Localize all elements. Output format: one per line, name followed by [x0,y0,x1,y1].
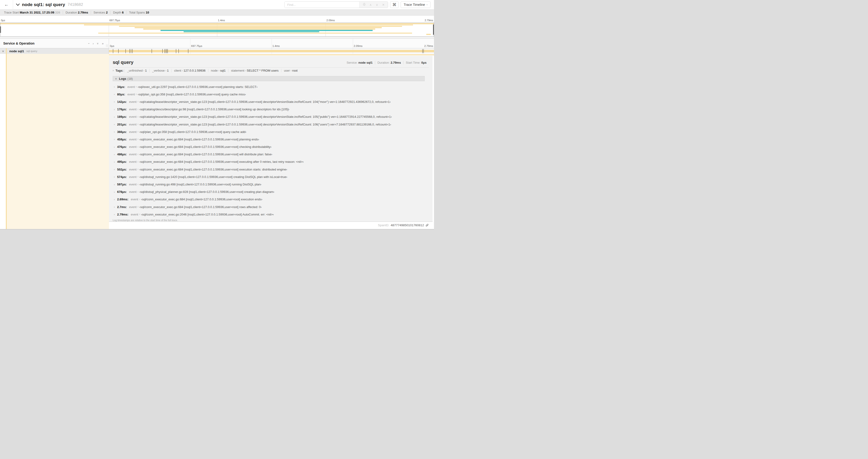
log-timestamp: 678μs: [117,190,127,194]
trace-meta-label: Depth [113,11,122,14]
minimap-span-bar [98,33,412,34]
minimap-left-scrubber[interactable] [0,26,1,33]
expand-one-icon[interactable]: › [93,42,94,45]
chevron-right-icon: › [114,93,117,96]
tag-item[interactable]: _verbose=1 [149,69,171,72]
span-meta-label: Duration: [377,61,391,64]
log-field-key: event [129,130,136,134]
log-entry-row[interactable]: ›495μs:event=‹sql/conn_executor_exec.go:… [113,158,425,166]
view-selector-button[interactable]: Trace Timeline › [401,1,431,8]
equals-sign: = [136,168,139,171]
trace-meta-item: Depth 6 [110,11,126,14]
log-entry-row[interactable]: ›142μs:event=‹sql/catalog/lease/descript… [113,98,425,105]
equals-sign: = [136,138,139,141]
trace-title-wrap[interactable]: node sql1: sql query 7418682 [13,2,83,7]
equals-sign: = [218,69,220,72]
deep-link-icon[interactable] [425,223,429,227]
expand-all-icon[interactable]: » [102,42,103,45]
log-marker-tick [167,49,168,53]
span-detail-card: Service: node sql1Duration: 2.79msStart … [109,56,433,222]
log-entry-row[interactable]: ›80μs:event=‹sql/plan_opt.go:358 [nsql1,… [113,91,425,98]
log-timestamp: 476μs: [117,145,127,149]
find-input[interactable] [285,2,359,8]
tags-row[interactable]: › Tags: _unfinished=1_verbose=1client=12… [113,68,429,73]
tag-item[interactable]: client=127.0.0.1:59936 [171,69,208,72]
log-entry-row[interactable]: ›502μs:event=‹sql/conn_executor_exec.go:… [113,166,425,173]
next-result-icon[interactable]: ∨ [375,3,379,6]
minimap-right-scrubber[interactable] [433,25,434,35]
log-field-value: ‹sql/conn_executor_exec.go:684 [nsql1,cl… [139,168,287,171]
tag-key: node [211,69,218,72]
log-entry-row[interactable]: ›201μs:event=‹sql/catalog/lease/descript… [113,121,425,128]
log-entry-row[interactable]: ›2.69ms:event=‹sql/conn_executor_exec.go… [113,196,425,203]
log-entry-row[interactable]: ›476μs:event=‹sql/conn_executor_exec.go:… [113,143,425,151]
app-header: ← node sql1: sql query 7418682 ∧ ∨ ✕ [0,0,434,9]
locate-icon[interactable] [362,3,366,7]
log-field-key: event [129,168,136,171]
log-marker-tick [176,49,176,53]
minimap-span-bar [426,34,431,35]
timeline-ruler: 0μs697.75μs1.4ms2.09ms2.79ms [109,39,434,48]
trace-meta-value: 2 [106,11,107,14]
equals-sign: = [244,69,247,72]
log-entry-row[interactable]: ›2.79ms:event=‹sql/conn_executor_exec.go… [113,210,425,218]
trace-meta-value: 2.79ms [78,11,88,14]
log-field-key: event [127,85,135,89]
chevron-down-icon[interactable] [16,3,20,6]
divider [113,67,429,68]
equals-sign: = [135,93,138,96]
tag-item[interactable]: statement=SELECT * FROM users [228,69,281,72]
back-button[interactable]: ← [0,0,13,9]
chevron-down-icon[interactable]: ∨ [0,50,6,53]
prev-result-icon[interactable]: ∧ [369,3,372,6]
tag-key: user [284,69,290,72]
collapse-one-icon[interactable]: › [88,43,91,44]
chevron-right-icon: › [114,175,117,178]
span-row-label[interactable]: ∨ node sql1 sql query [0,48,109,54]
chevron-right-icon: › [114,85,117,88]
log-entry-row[interactable]: ›34μs:event=‹sql/exec_util.go:2297 [nsql… [113,83,425,91]
log-entry-row[interactable]: ›574μs:event=‹sql/distsql_running.go:142… [113,173,425,181]
chevron-right-icon: › [114,205,117,208]
span-row-track[interactable] [109,48,434,54]
log-entry-row[interactable]: ›176μs:event=‹sql/catalog/descs/descript… [113,106,425,113]
log-entry-row[interactable]: ›597μs:event=‹sql/distsql_running.go:498… [113,181,425,188]
chevron-right-icon: › [114,145,117,148]
log-field-value: ‹sql/conn_executor_exec.go:684 [nsql1,cl… [139,205,261,209]
log-entry-row[interactable]: ›486μs:event=‹sql/conn_executor_exec.go:… [113,151,425,158]
equals-sign: = [136,205,139,208]
trace-meta-label: Trace Start [4,11,20,14]
tag-item[interactable]: _unfinished=1 [124,69,149,72]
minimap-ruler: 0μs697.75μs1.4ms2.09ms2.79ms [0,15,434,23]
chevron-right-icon: › [114,198,117,201]
log-entry-row[interactable]: ›189μs:event=‹sql/catalog/lease/descript… [113,113,425,121]
minimap-canvas[interactable] [0,23,434,37]
log-entry-row[interactable]: ›2.7ms:event=‹sql/conn_executor_exec.go:… [113,203,425,210]
equals-sign: = [135,85,138,88]
ruler-tick-label: 2.79ms [425,19,433,22]
column-resize-grip[interactable] [106,44,108,47]
log-field-value: ‹sql/conn_executor_exec.go:684 [nsql1,cl… [139,138,259,141]
span-duration-bar[interactable] [109,50,434,52]
log-entry-row[interactable]: ›678μs:event=‹sql/distsql_physical_plann… [113,188,425,196]
clear-search-icon[interactable]: ✕ [381,3,385,6]
log-field-key: event [131,213,138,216]
log-entry-row[interactable]: ›366μs:event=‹sql/plan_opt.go:358 [nsql1… [113,128,425,135]
section-divider [0,37,434,38]
log-field-value: ‹sql/catalog/lease/descriptor_version_st… [139,100,391,104]
equals-sign: = [136,123,139,126]
chevron-right-icon: › [114,213,117,216]
log-field-key: event [129,145,136,149]
log-entry-row[interactable]: ›459μs:event=‹sql/conn_executor_exec.go:… [113,135,425,143]
log-timestamp: 366μs: [117,130,127,134]
log-timestamp: 495μs: [117,160,127,163]
tag-item[interactable]: node=sql1 [208,69,228,72]
trace-meta-item: Services 2 [91,11,111,14]
log-field-key: event [129,123,136,126]
tag-item[interactable]: user=root [281,69,300,72]
log-field-value: ‹sql/conn_executor_exec.go:684 [nsql1,cl… [141,198,262,201]
logs-header[interactable]: ∨ Logs (18) [113,76,425,81]
chevron-right-icon: › [114,100,117,103]
collapse-all-icon[interactable]: » [96,42,99,44]
keyboard-shortcuts-button[interactable]: ⌘ [390,1,399,8]
